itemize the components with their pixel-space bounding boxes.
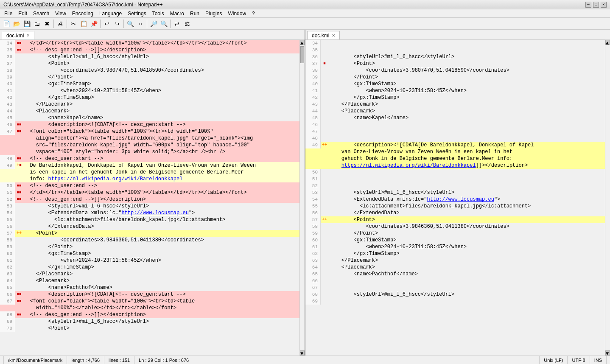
line-content[interactable]: van Onze-Lieve-Vrouw van Zeven Weeën is … <box>328 148 605 155</box>
left-tab-doc[interactable]: doc.kml ✕ <box>2 31 34 39</box>
line-content[interactable]: is een kapel in het gehucht Donk in de B… <box>23 169 299 176</box>
undo-button[interactable]: ↩ <box>102 19 112 28</box>
line-content[interactable]: <lc:attachment>files/bareldonk_kapel.jpg… <box>328 203 605 210</box>
line-content[interactable]: <Placemark> <box>23 277 299 284</box>
line-content[interactable]: </Point> <box>23 74 299 81</box>
line-content[interactable]: <Placemark> <box>328 264 605 271</box>
line-content[interactable]: <font color="black"><table width="100%">… <box>23 298 299 305</box>
line-content[interactable]: </td></tr></table><table width="100%"></… <box>23 189 299 196</box>
line-content[interactable]: https://nl.wikipedia.org/wiki/Bareldonkk… <box>328 162 605 169</box>
line-content[interactable]: <styleUrl>#mi_l_6_hscc</styleUrl> <box>328 189 605 196</box>
line-content[interactable]: <!-- desc_user:start --> <box>23 155 299 162</box>
line-content[interactable]: <ExtendedData xmlns:lc="http://www.locus… <box>23 210 299 216</box>
scroll-down-button[interactable]: ▼ <box>300 350 305 356</box>
line-content[interactable]: <!-- desc_gen:end -->]]></description> <box>23 47 299 53</box>
line-content[interactable]: <gx:TimeStamp> <box>23 250 299 257</box>
save-all-button[interactable]: 🗂 <box>32 19 42 28</box>
line-content[interactable]: <Point> <box>23 60 299 67</box>
line-content[interactable]: align="center"><a href="files/bareldonk_… <box>23 135 299 142</box>
line-content[interactable]: </gx:TimeStamp> <box>23 94 299 101</box>
line-content[interactable]: info: https://nl.wikipedia.org/wiki/Bare… <box>23 176 299 182</box>
line-content[interactable]: <font color="black"><table width="100%">… <box>23 128 299 135</box>
line-content[interactable]: </gx:TimeStamp> <box>23 264 299 271</box>
line-content[interactable]: <Point> <box>23 230 299 237</box>
menu-help[interactable]: ? <box>249 10 257 17</box>
line-content[interactable]: <name>Kapel</name> <box>328 115 605 121</box>
line-content[interactable]: <styleUrl>#mi_l_6_hscc</styleUrl> <box>328 291 605 298</box>
line-content[interactable]: <coordinates>3.9807470,51.0418590</coord… <box>23 67 299 74</box>
paste-button[interactable]: 📌 <box>89 19 98 28</box>
line-content[interactable]: vspace="100" style="border: 3px white so… <box>23 148 299 155</box>
line-content[interactable]: gehucht Donk in de Belgische gemeente Be… <box>328 155 605 162</box>
line-content[interactable]: <name>Pachthof</name> <box>328 271 605 277</box>
line-content[interactable]: <Point> <box>328 216 605 223</box>
window-controls[interactable]: — □ ✕ <box>585 2 607 8</box>
menu-file[interactable]: File <box>2 10 15 17</box>
line-content[interactable]: src="files/bareldonk_kapel.jpg" width="6… <box>23 142 299 148</box>
compare-button[interactable]: ⚖ <box>182 19 192 28</box>
right-tab-doc[interactable]: doc.kml ✕ <box>307 31 340 39</box>
close-button[interactable]: ✕ <box>601 2 607 8</box>
find-button[interactable]: 🔍 <box>126 19 135 28</box>
line-content[interactable]: <lc:attachment>files/bareldonk_kapel.jpg… <box>23 216 299 223</box>
replace-button[interactable]: ↔ <box>136 19 145 28</box>
line-content[interactable]: <!-- desc_gen:end -->]]></description> <box>23 196 299 203</box>
line-content[interactable]: <styleUrl>#mi_l_6_hscc</styleUrl> <box>23 53 299 60</box>
menu-window[interactable]: Window <box>225 10 249 17</box>
line-content[interactable]: <gx:TimeStamp> <box>328 81 605 87</box>
line-content[interactable]: <when>2024-10-23T11:58:45Z</when> <box>328 244 605 250</box>
sync-button[interactable]: ⇄ <box>172 19 182 28</box>
line-content[interactable]: <Point> <box>328 60 605 67</box>
right-scroll-down[interactable]: ▼ <box>605 350 610 356</box>
line-content[interactable]: <gx:TimeStamp> <box>23 81 299 87</box>
line-content[interactable]: </gx:TimeStamp> <box>328 250 605 257</box>
scroll-up-button[interactable]: ▲ <box>300 40 305 45</box>
line-content[interactable]: <when>2024-10-23T11:58:45Z</when> <box>23 257 299 264</box>
line-content[interactable]: <when>2024-10-23T11:58:45Z</when> <box>23 87 299 94</box>
line-content[interactable]: </Point> <box>328 230 605 237</box>
right-scroll[interactable]: 34 35 36 <box>305 40 605 356</box>
line-content[interactable]: <name>Kapel</name> <box>23 115 299 121</box>
line-content[interactable]: <ExtendedData xmlns:lc="http://www.locus… <box>328 196 605 203</box>
line-content[interactable]: </ExtendedData> <box>328 210 605 216</box>
menu-language[interactable]: Language <box>97 10 124 17</box>
line-content[interactable]: </Placemark> <box>328 101 605 108</box>
line-content[interactable]: width="100%"></table></td></tr></table><… <box>23 305 299 311</box>
right-scroll-up[interactable]: ▲ <box>605 40 610 45</box>
line-content[interactable]: <gx:TimeStamp> <box>328 237 605 244</box>
line-content[interactable]: <Placemark> <box>328 108 605 115</box>
zoom-out-button[interactable]: 🔍 <box>159 19 168 28</box>
line-content[interactable]: <!-- desc_gen:end -->]]></description> <box>23 311 299 318</box>
open-button[interactable]: 📂 <box>12 19 21 28</box>
line-content[interactable]: <when>2024-10-23T11:58:45Z</when> <box>328 87 605 94</box>
line-content[interactable]: <description><![CDATA[<!-- desc_gen:star… <box>23 291 299 298</box>
zoom-in-button[interactable]: 🔎 <box>149 19 158 28</box>
line-content[interactable]: <Placemark> <box>23 108 299 115</box>
menu-tools[interactable]: Tools <box>150 10 167 17</box>
line-content[interactable]: </Placemark> <box>23 101 299 108</box>
right-scrollbar[interactable]: ▲ ▼ <box>605 40 610 356</box>
left-scroll[interactable]: 34 ■■ </td></tr><tr><td><table width="10… <box>0 40 299 356</box>
menu-encoding[interactable]: Encoding <box>70 10 96 17</box>
line-content[interactable]: De Bareldonkkapel, Donkkapel of Kapel va… <box>23 162 299 169</box>
line-content[interactable]: <name>Pachthof</name> <box>23 284 299 291</box>
line-content[interactable]: <description><![CDATA[De Bareldonkkapel,… <box>328 142 605 148</box>
menu-view[interactable]: View <box>53 10 69 17</box>
scroll-thumb[interactable] <box>300 46 304 63</box>
line-content[interactable]: <styleUrl>#mi_l_6_hscc</styleUrl> <box>23 318 299 325</box>
close-button[interactable]: ✖ <box>42 19 52 28</box>
menu-edit[interactable]: Edit <box>16 10 30 17</box>
line-content[interactable]: </ExtendedData> <box>23 223 299 230</box>
cut-button[interactable]: ✂ <box>69 19 78 28</box>
new-button[interactable]: 📄 <box>2 19 11 28</box>
menu-settings[interactable]: Settings <box>125 10 148 17</box>
line-content[interactable]: <coordinates>3.9807470,51.0418590</coord… <box>328 67 605 74</box>
menu-plugins[interactable]: Plugins <box>203 10 224 17</box>
line-content[interactable]: <!-- desc_user:end --> <box>23 182 299 189</box>
line-content[interactable]: <Point> <box>23 325 299 332</box>
save-button[interactable]: 💾 <box>22 19 31 28</box>
line-content[interactable]: <coordinates>3.9846360,51.0411380</coord… <box>328 223 605 230</box>
line-content[interactable]: </gx:TimeStamp> <box>328 94 605 101</box>
line-content[interactable]: <description><![CDATA[<!-- desc_gen:star… <box>23 121 299 128</box>
left-scrollbar[interactable]: ▲ ▼ <box>299 40 305 356</box>
